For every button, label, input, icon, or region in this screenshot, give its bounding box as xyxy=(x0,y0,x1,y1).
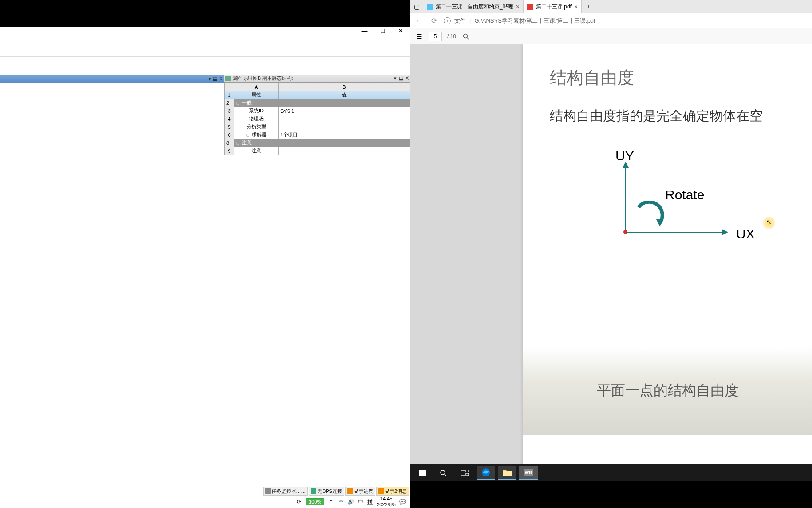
collapse-icon[interactable]: ⊟ xyxy=(236,101,240,105)
row-analysis-type[interactable]: 5 分析类型 xyxy=(225,123,410,131)
group-general[interactable]: 2 ⊟ 一般 xyxy=(225,99,410,107)
tab-label: 第二十三课.pdf xyxy=(536,3,572,11)
svg-rect-6 xyxy=(466,473,469,476)
maximize-button[interactable]: □ xyxy=(381,27,385,34)
y-axis-arrow-icon xyxy=(623,162,629,168)
properties-panel-header[interactable]: 属性 原理图B 副本静态结构: ▾ ⬓ X xyxy=(224,75,410,83)
search-button[interactable] xyxy=(434,466,453,480)
back-button[interactable]: ← xyxy=(414,16,424,26)
svg-line-1 xyxy=(467,37,469,39)
tab-actions-button[interactable]: ▢ xyxy=(410,0,423,13)
origin-dot xyxy=(623,230,627,234)
windows-logo-icon xyxy=(419,470,426,476)
pdf-body-text: 结构自由度指的是完全确定物体在空 xyxy=(550,107,803,125)
label-ux: UX xyxy=(736,226,755,242)
refresh-button[interactable]: ⟳ xyxy=(429,16,439,26)
rotate-arrow-icon xyxy=(634,201,665,232)
sync-icon[interactable]: ⟳ xyxy=(296,499,302,505)
schematic-panel-header[interactable]: ▾ ⬓ X xyxy=(0,75,224,83)
panel-close-icon[interactable]: X xyxy=(219,76,222,81)
url-scheme-label: 文件 xyxy=(454,17,466,25)
minimize-button[interactable]: — xyxy=(362,27,368,34)
chevron-up-icon[interactable]: ⌃ xyxy=(328,499,334,505)
header-a: 属性 xyxy=(234,91,279,99)
search-button[interactable] xyxy=(461,32,470,41)
header-b: 值 xyxy=(279,91,410,99)
table-header-row: 1 属性 值 xyxy=(225,91,410,99)
x-axis-arrow-icon xyxy=(722,229,728,235)
favicon-icon xyxy=(527,4,533,10)
tab-bilibili[interactable]: 第二十三课：自由度和约束_哔哩 × xyxy=(423,0,524,13)
url-field[interactable]: i 文件 | G:/ANSYS学习素材/第二十三课/第二十三课.pdf xyxy=(444,17,808,25)
panel-pin-icon[interactable]: ⬓ xyxy=(213,76,217,81)
panel-dropdown-icon[interactable]: ▾ xyxy=(209,76,211,81)
window-titlebar: — □ ✕ xyxy=(0,27,410,35)
show-messages-button[interactable]: 显示2消息 xyxy=(376,487,409,496)
notification-icon[interactable]: 💬 xyxy=(399,499,406,505)
system-clock[interactable]: 14:45 2022/8/5 xyxy=(377,496,396,508)
label-uy: UY xyxy=(615,148,634,163)
pdf-page: 结构自由度 结构自由度指的是完全确定物体在空 UY Rotate UX ↖ 平面… xyxy=(523,44,812,480)
volume-icon[interactable]: 🔊 xyxy=(347,499,354,505)
close-button[interactable]: ✕ xyxy=(398,27,403,34)
toolbar-area xyxy=(0,57,410,75)
taskbar-edge[interactable] xyxy=(477,466,495,480)
wifi-icon[interactable]: ⌔ xyxy=(338,499,344,505)
info-icon[interactable]: i xyxy=(444,17,451,24)
panel-pin-icon[interactable]: ⬓ xyxy=(399,75,403,81)
taskbar-explorer[interactable] xyxy=(498,466,516,480)
y-axis-line xyxy=(625,165,626,232)
x-axis-line xyxy=(625,232,723,233)
edge-browser: ▢ 第二十三课：自由度和约束_哔哩 × 第二十三课.pdf × + ← ⟳ i … xyxy=(410,0,812,481)
pdf-viewer[interactable]: 结构自由度 结构自由度指的是完全确定物体在空 UY Rotate UX ↖ 平面… xyxy=(410,44,812,480)
collapse-icon[interactable]: ⊟ xyxy=(236,141,240,145)
task-monitor-button[interactable]: 任务监控器…… xyxy=(263,487,308,496)
windows-taskbar: WB xyxy=(410,464,812,481)
tab-strip: ▢ 第二十三课：自由度和约束_哔哩 × 第二十三课.pdf × + xyxy=(410,0,812,13)
group-notes[interactable]: 8 ⊟ 注意 xyxy=(225,139,410,147)
row-system-id[interactable]: 3 系统ID SYS 1 xyxy=(225,107,410,115)
row-solver[interactable]: 6 ⊞ 求解器 1个项目 xyxy=(225,131,410,139)
tab-close-icon[interactable]: × xyxy=(574,3,578,10)
contents-button[interactable]: ☰ xyxy=(414,32,423,41)
new-tab-button[interactable]: + xyxy=(582,0,595,13)
expand-icon[interactable]: ⊞ xyxy=(246,133,250,137)
show-progress-button[interactable]: 显示进度 xyxy=(345,487,375,496)
label-rotate: Rotate xyxy=(665,187,704,202)
ribbon-area xyxy=(0,35,410,57)
svg-rect-8 xyxy=(503,471,512,476)
ime-cn-icon[interactable]: 中 xyxy=(357,499,363,505)
pdf-caption: 平面一点的结构自由度 xyxy=(597,381,739,401)
tab-close-icon[interactable]: × xyxy=(516,3,520,10)
task-view-button[interactable] xyxy=(455,466,474,480)
taskbar-workbench[interactable]: WB xyxy=(519,466,538,480)
row-notes[interactable]: 9 注意 xyxy=(225,147,410,155)
svg-point-0 xyxy=(464,34,468,38)
svg-rect-5 xyxy=(466,470,469,472)
pdf-toolbar: ☰ / 10 xyxy=(410,28,812,44)
ime-pinyin-icon[interactable]: 拼 xyxy=(367,499,373,505)
pdf-heading: 结构自由度 xyxy=(550,67,803,89)
page-total-label: / 10 xyxy=(447,33,456,40)
properties-panel-title: 属性 原理图B 副本静态结构: xyxy=(232,75,293,82)
panel-dropdown-icon[interactable]: ▾ xyxy=(394,75,397,81)
dps-status-button[interactable]: 无DPS连接 xyxy=(309,487,344,496)
row-physics[interactable]: 4 物理场 xyxy=(225,115,410,123)
col-a-header: A xyxy=(234,83,279,91)
schematic-panel: ▾ ⬓ X xyxy=(0,75,224,474)
zoom-indicator[interactable]: 100% xyxy=(306,498,324,505)
svg-point-2 xyxy=(441,470,445,475)
table-column-header: A B xyxy=(225,83,410,91)
start-button[interactable] xyxy=(413,466,431,480)
panel-close-icon[interactable]: X xyxy=(406,75,409,81)
tab-pdf[interactable]: 第二十三课.pdf × xyxy=(524,0,582,13)
pdf-thumbnail-sidebar[interactable] xyxy=(410,44,523,480)
pdf-caption-area: 平面一点的结构自由度 xyxy=(523,346,812,435)
panel-area: ▾ ⬓ X 属性 原理图B 副本静态结构: ▾ ⬓ X xyxy=(0,75,410,474)
properties-table: A B 1 属性 值 2 ⊟ 一般 3 系统ID SYS 1 xyxy=(224,83,410,155)
status-bar: 任务监控器…… 无DPS连接 显示进度 显示2消息 ⟳ 100% ⌃ ⌔ 🔊 中… xyxy=(0,487,410,508)
properties-panel: 属性 原理图B 副本静态结构: ▾ ⬓ X A B 1 属性 值 xyxy=(224,75,410,474)
page-number-input[interactable] xyxy=(429,32,442,41)
tab-label: 第二十三课：自由度和约束_哔哩 xyxy=(436,3,513,11)
dof-diagram: UY Rotate UX xyxy=(607,152,763,254)
